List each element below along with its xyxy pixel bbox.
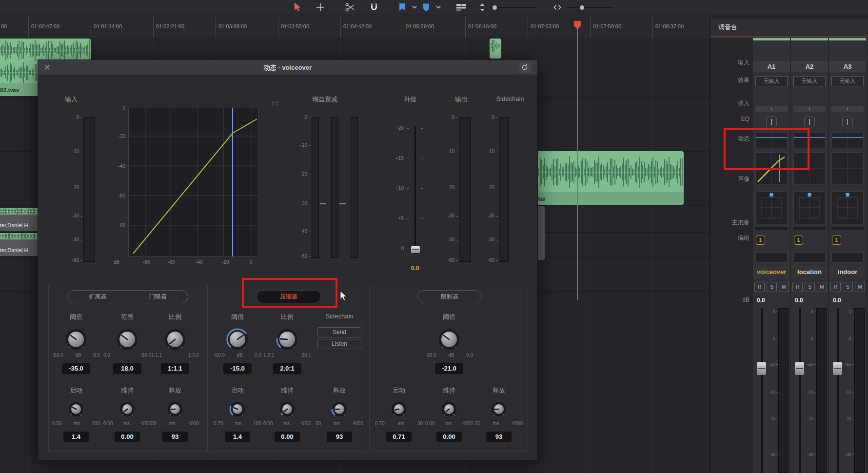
knob-value-box[interactable]: 0.71 [386,432,412,442]
track-height-slider-handle[interactable] [493,5,497,10]
zoom-fit-icon[interactable] [552,1,563,13]
knob-value-box[interactable]: 1.4 [63,432,89,442]
trim-edit-icon[interactable] [315,1,326,13]
knob-dial[interactable] [228,400,247,418]
tab-gate[interactable]: 门限器 [128,293,188,301]
channel-mute-button[interactable]: M [855,282,865,292]
marker-dropdown-chevron-icon[interactable] [433,1,444,13]
track-height-icon[interactable] [476,1,488,13]
snapping-magnet-icon[interactable] [368,1,380,13]
channel-dynamics-cell[interactable] [831,152,864,184]
audio-clip-fragment[interactable] [490,39,501,59]
knob-dial[interactable] [330,400,349,418]
limiter-button[interactable]: 限制器 [417,290,482,303]
channel-group-box[interactable] [755,252,788,263]
playhead[interactable] [577,21,578,300]
knob-dial[interactable] [64,327,88,352]
knob-value-box[interactable]: -21.0 [435,363,463,374]
playhead-marker[interactable] [573,20,581,30]
knob-dial[interactable] [490,400,508,418]
channel-mute-button[interactable]: M [817,282,827,292]
knob-value-box[interactable]: 1:1.1 [161,363,189,374]
channel-main-bus-badge[interactable]: 1 [832,236,841,245]
knob-dial[interactable] [115,327,139,352]
channel-group-box[interactable] [831,252,864,263]
razor-icon[interactable] [344,1,356,13]
channel-effects-add-button[interactable]: + [755,106,788,112]
channel-record-button[interactable]: R [754,282,765,292]
channel-main-bus-badge[interactable]: 1 [794,236,803,245]
knob-value-box[interactable]: 93 [162,432,188,442]
dynamics-graph[interactable] [128,108,259,256]
channel-pan-cell[interactable] [793,191,826,224]
track-height-slider[interactable] [490,7,536,8]
reset-icon[interactable] [519,62,531,73]
channel-solo-button[interactable]: S [767,282,777,292]
knob-value-box[interactable]: 1.4 [225,432,250,442]
flag-icon[interactable] [396,1,408,13]
knob-dial[interactable] [67,400,85,418]
knob-value-box[interactable]: 93 [327,432,352,442]
knob-dial[interactable] [440,400,458,418]
channel-main-bus-badge[interactable]: 1 [756,236,765,245]
selection-cursor-icon[interactable] [292,1,303,13]
knob-value-box[interactable]: 2.0:1 [273,363,301,374]
channel-track-name[interactable]: indoor [829,266,866,278]
channel-pan-cell[interactable] [831,191,864,224]
knob-value-box[interactable]: -35.0 [62,363,90,374]
channel-fader-groove[interactable] [799,308,801,473]
sidechain-send-button[interactable]: Send [317,327,361,337]
knob-value-box[interactable]: 0.00 [436,432,462,442]
knob-value-box[interactable]: 0.00 [275,432,300,442]
channel-fader-groove[interactable] [761,308,763,473]
sidechain-listen-button[interactable]: Listen [317,339,361,349]
channel-header[interactable]: A2 [791,61,828,72]
zoom-slider[interactable] [567,7,613,8]
channel-record-button[interactable]: R [830,282,841,292]
channel-effects-add-button[interactable]: + [831,106,864,112]
makeup-slider-handle[interactable] [411,246,420,253]
flag-dropdown-chevron-icon[interactable] [409,1,420,13]
channel-group-box[interactable] [793,252,826,263]
channel-fader-handle[interactable] [757,362,766,375]
channel-fader-groove[interactable] [837,308,839,473]
audio-clip[interactable]: 2_02.wav [517,151,684,205]
dialog-titlebar[interactable]: 动态 - voiceover [38,60,537,75]
channel-track-name[interactable]: location [791,266,828,278]
channel-mute-button[interactable]: M [779,282,789,292]
channel-track-name[interactable]: voiceover [753,266,790,278]
channel-effects-add-button[interactable]: + [793,106,826,112]
channel-input-select[interactable]: 无输入 [755,76,788,86]
knob-dial[interactable] [437,327,461,352]
knob-dial[interactable] [225,327,250,352]
channel-pan-cell[interactable] [755,191,788,224]
knob-dial[interactable] [278,400,296,418]
channel-insert-button[interactable] [842,117,853,127]
channel-header[interactable]: A3 [829,61,866,72]
zoom-slider-handle[interactable] [580,5,584,10]
channel-record-button[interactable]: R [792,282,803,292]
makeup-slider-track[interactable] [414,126,416,254]
knob-dial[interactable] [118,400,137,418]
knob-value-box[interactable]: 93 [486,432,512,442]
knob-dial[interactable] [275,327,299,352]
channel-header[interactable]: A1 [753,61,790,72]
knob-value-box[interactable]: 18.0 [113,363,141,374]
channel-fader-handle[interactable] [795,362,804,375]
knob-dial[interactable] [390,400,408,418]
channel-solo-button[interactable]: S [843,282,853,292]
channel-insert-button[interactable] [766,117,777,127]
channel-eq-cell[interactable] [831,133,864,148]
knob-dial[interactable] [166,400,184,418]
knob-value-box[interactable]: 0.00 [115,432,140,442]
channel-solo-button[interactable]: S [805,282,815,292]
channel-input-select[interactable]: 无输入 [793,76,826,86]
knob-value-box[interactable]: -15.0 [223,363,252,374]
timeline-view-options-icon[interactable] [455,1,467,13]
clip-fragment[interactable] [537,206,545,260]
channel-insert-button[interactable] [804,117,815,127]
channel-input-select[interactable]: 无输入 [831,76,864,86]
knob-dial[interactable] [163,327,187,352]
timeline-ruler[interactable]: 0001:00:47:0001:01:34:0001:02:21:0001:03… [0,15,710,38]
tab-expander[interactable]: 扩展器 [68,293,128,301]
